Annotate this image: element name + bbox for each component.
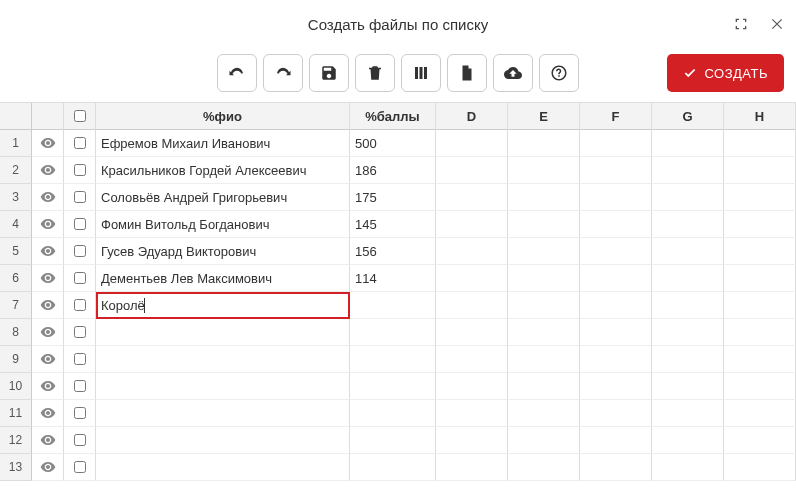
col-header-d[interactable]: D — [436, 103, 508, 130]
cell-score[interactable]: 156 — [350, 238, 436, 265]
row-number[interactable]: 12 — [0, 427, 32, 454]
cell-f[interactable] — [580, 292, 652, 319]
cell-g[interactable] — [652, 265, 724, 292]
cell-f[interactable] — [580, 346, 652, 373]
cell-name[interactable] — [96, 454, 350, 481]
cell-d[interactable] — [436, 184, 508, 211]
row-checkbox[interactable] — [64, 265, 96, 292]
row-checkbox[interactable] — [64, 454, 96, 481]
cell-f[interactable] — [580, 157, 652, 184]
cell-name[interactable]: Гусев Эдуард Викторович — [96, 238, 350, 265]
row-checkbox[interactable] — [64, 427, 96, 454]
cell-d[interactable] — [436, 454, 508, 481]
eye-icon[interactable] — [32, 265, 64, 292]
cell-score[interactable] — [350, 319, 436, 346]
file-button[interactable] — [447, 54, 487, 92]
redo-button[interactable] — [263, 54, 303, 92]
row-number[interactable]: 2 — [0, 157, 32, 184]
undo-button[interactable] — [217, 54, 257, 92]
cell-f[interactable] — [580, 373, 652, 400]
cell-h[interactable] — [724, 427, 796, 454]
row-checkbox[interactable] — [64, 211, 96, 238]
cell-score[interactable] — [350, 454, 436, 481]
cell-g[interactable] — [652, 319, 724, 346]
cell-g[interactable] — [652, 292, 724, 319]
cell-name[interactable]: Красильников Гордей Алексеевич — [96, 157, 350, 184]
eye-icon[interactable] — [32, 292, 64, 319]
row-checkbox[interactable] — [64, 292, 96, 319]
row-checkbox[interactable] — [64, 346, 96, 373]
cell-name[interactable]: Соловьёв Андрей Григорьевич — [96, 184, 350, 211]
cell-d[interactable] — [436, 373, 508, 400]
cell-e[interactable] — [508, 292, 580, 319]
cell-g[interactable] — [652, 130, 724, 157]
row-number[interactable]: 4 — [0, 211, 32, 238]
eye-icon[interactable] — [32, 454, 64, 481]
cell-score[interactable] — [350, 292, 436, 319]
cell-e[interactable] — [508, 184, 580, 211]
cell-score[interactable] — [350, 373, 436, 400]
cell-d[interactable] — [436, 157, 508, 184]
cell-e[interactable] — [508, 130, 580, 157]
cell-score[interactable] — [350, 400, 436, 427]
cell-g[interactable] — [652, 238, 724, 265]
cell-g[interactable] — [652, 400, 724, 427]
cell-name[interactable]: Фомин Витольд Богданович — [96, 211, 350, 238]
eye-icon[interactable] — [32, 130, 64, 157]
cell-h[interactable] — [724, 346, 796, 373]
cell-g[interactable] — [652, 157, 724, 184]
cell-e[interactable] — [508, 373, 580, 400]
cell-g[interactable] — [652, 427, 724, 454]
eye-icon[interactable] — [32, 373, 64, 400]
row-number[interactable]: 7 — [0, 292, 32, 319]
cell-h[interactable] — [724, 130, 796, 157]
cell-f[interactable] — [580, 265, 652, 292]
close-icon[interactable] — [768, 15, 786, 33]
cell-d[interactable] — [436, 346, 508, 373]
cell-f[interactable] — [580, 130, 652, 157]
columns-button[interactable] — [401, 54, 441, 92]
col-header-e[interactable]: E — [508, 103, 580, 130]
fullscreen-icon[interactable] — [732, 15, 750, 33]
cell-d[interactable] — [436, 427, 508, 454]
cell-g[interactable] — [652, 454, 724, 481]
eye-icon[interactable] — [32, 157, 64, 184]
cell-h[interactable] — [724, 211, 796, 238]
create-button[interactable]: СОЗДАТЬ — [667, 54, 785, 92]
cell-name[interactable] — [96, 319, 350, 346]
cell-score[interactable]: 145 — [350, 211, 436, 238]
row-checkbox[interactable] — [64, 157, 96, 184]
row-number[interactable]: 10 — [0, 373, 32, 400]
save-button[interactable] — [309, 54, 349, 92]
cell-g[interactable] — [652, 184, 724, 211]
cell-name[interactable]: Королё — [96, 292, 350, 319]
row-number[interactable]: 9 — [0, 346, 32, 373]
row-checkbox[interactable] — [64, 319, 96, 346]
cell-f[interactable] — [580, 400, 652, 427]
cell-e[interactable] — [508, 157, 580, 184]
eye-icon[interactable] — [32, 211, 64, 238]
help-button[interactable] — [539, 54, 579, 92]
cell-h[interactable] — [724, 319, 796, 346]
cell-name[interactable] — [96, 346, 350, 373]
row-number[interactable]: 13 — [0, 454, 32, 481]
cloud-upload-button[interactable] — [493, 54, 533, 92]
cell-e[interactable] — [508, 427, 580, 454]
row-checkbox[interactable] — [64, 400, 96, 427]
cell-e[interactable] — [508, 211, 580, 238]
select-all-checkbox[interactable] — [64, 103, 96, 130]
row-number[interactable]: 11 — [0, 400, 32, 427]
eye-icon[interactable] — [32, 238, 64, 265]
cell-f[interactable] — [580, 319, 652, 346]
eye-icon[interactable] — [32, 184, 64, 211]
col-header-h[interactable]: H — [724, 103, 796, 130]
cell-d[interactable] — [436, 130, 508, 157]
cell-f[interactable] — [580, 238, 652, 265]
cell-h[interactable] — [724, 238, 796, 265]
cell-score[interactable]: 175 — [350, 184, 436, 211]
cell-f[interactable] — [580, 427, 652, 454]
cell-h[interactable] — [724, 184, 796, 211]
cell-name[interactable] — [96, 400, 350, 427]
cell-name[interactable]: Дементьев Лев Максимович — [96, 265, 350, 292]
cell-h[interactable] — [724, 373, 796, 400]
